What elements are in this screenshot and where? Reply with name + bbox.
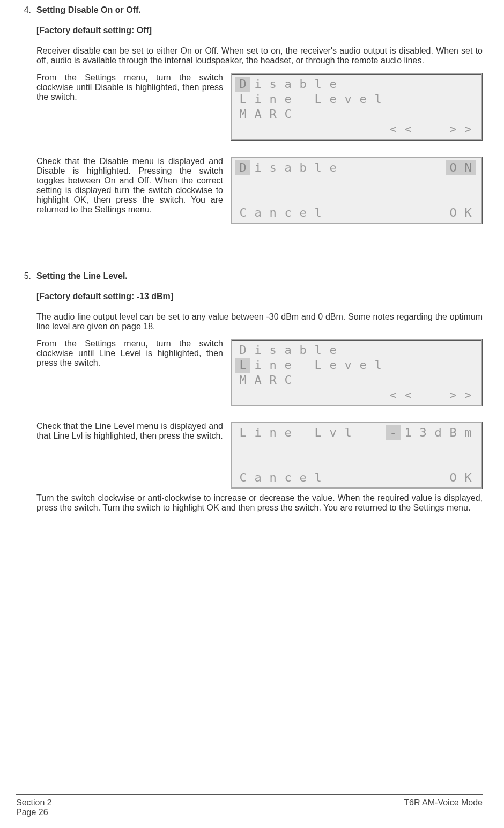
section-4-num: 4. xyxy=(16,5,36,239)
section-5: 5. Setting the Line Level. [Factory defa… xyxy=(16,271,483,520)
section-5-intro: The audio line output level can be set t… xyxy=(36,312,483,331)
footer-right: T6R AM-Voice Mode xyxy=(404,798,483,817)
footer-page: Page 26 xyxy=(16,808,52,817)
section-5-default: [Factory default setting: -13 dBm] xyxy=(36,292,483,301)
section-4-default: [Factory default setting: Off] xyxy=(36,26,483,35)
section-5-num: 5. xyxy=(16,271,36,520)
footer-left: Section 2 Page 26 xyxy=(16,798,52,817)
section-5-step-1: From the Settings menu, turn the switch … xyxy=(36,339,483,406)
section-5-step-2-text: Check that the Line Level menu is displa… xyxy=(36,422,223,441)
section-5-step-1-text: From the Settings menu, turn the switch … xyxy=(36,339,223,368)
section-5-step-2: Check that the Line Level menu is displa… xyxy=(36,422,483,489)
section-4-step-2-text: Check that the Disable menu is displayed… xyxy=(36,157,223,215)
lcd-screen-2: Disable ON Cancel OK xyxy=(231,157,483,224)
section-5-step-2b-text: Turn the switch clockwise or anti-clockw… xyxy=(36,493,483,513)
section-4-step-2: Check that the Disable menu is displayed… xyxy=(36,157,483,224)
lcd-screen-3: Disable Line Level MARC << >> xyxy=(231,339,483,406)
section-4: 4. Setting Disable On or Off. [Factory d… xyxy=(16,5,483,239)
section-4-intro: Receiver disable can be set to either On… xyxy=(36,46,483,65)
section-4-step-1-text: From the Settings menu, turn the switch … xyxy=(36,73,223,102)
footer-section: Section 2 xyxy=(16,798,52,808)
section-5-title: Setting the Line Level. xyxy=(36,271,483,281)
page: 4. Setting Disable On or Off. [Factory d… xyxy=(0,0,504,828)
section-4-step-1: From the Settings menu, turn the switch … xyxy=(36,73,483,141)
lcd-screen-1: Disable Line Level MARC << >> xyxy=(231,73,483,141)
lcd-screen-4: Line Lvl -13dBm Cancel OK xyxy=(231,422,483,489)
page-footer: Section 2 Page 26 T6R AM-Voice Mode xyxy=(16,794,483,817)
section-4-title: Setting Disable On or Off. xyxy=(36,5,483,15)
